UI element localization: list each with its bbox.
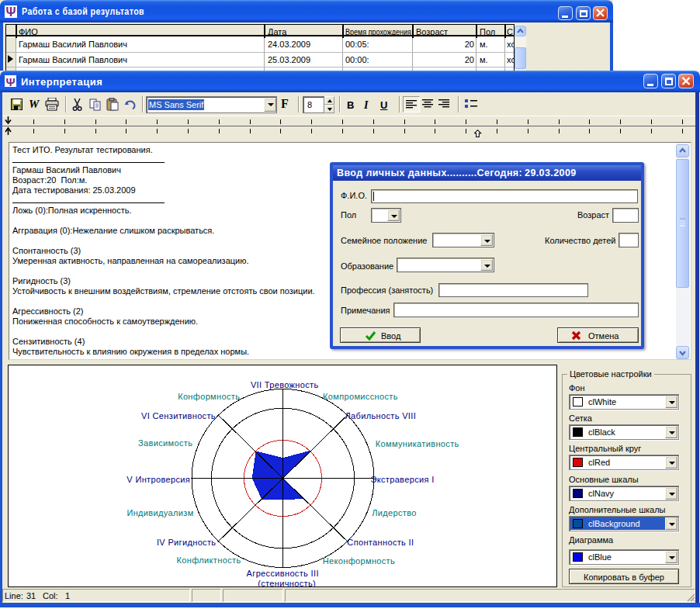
- svg-text:Индивидуализм: Индивидуализм: [126, 508, 193, 517]
- svg-text:IV Ригидность: IV Ригидность: [157, 538, 217, 547]
- svg-text:Конфликтность: Конфликтность: [177, 555, 241, 565]
- svg-text:(стеничность): (стеничность): [258, 579, 316, 588]
- svg-text:Коммуникативность: Коммуникативность: [376, 439, 459, 448]
- svg-text:Конформность: Конформность: [178, 392, 240, 401]
- svg-text:Агрессивность III: Агрессивность III: [247, 569, 319, 578]
- svg-text:V Интроверсия: V Интроверсия: [126, 475, 190, 484]
- svg-text:VII Тревожность: VII Тревожность: [251, 380, 319, 389]
- svg-text:Экстраверсия I: Экстраверсия I: [370, 475, 434, 484]
- svg-text:VI Сензитивность: VI Сензитивность: [141, 411, 216, 420]
- svg-text:Спонтанность II: Спонтанность II: [347, 538, 414, 547]
- svg-text:Лидерство: Лидерство: [372, 508, 417, 517]
- svg-text:Неконформность: Неконформность: [323, 556, 395, 566]
- svg-text:Зависимость: Зависимость: [138, 438, 192, 448]
- svg-text:Лабильность VIII: Лабильность VIII: [345, 411, 417, 420]
- svg-text:Компромиссность: Компромиссность: [323, 392, 398, 401]
